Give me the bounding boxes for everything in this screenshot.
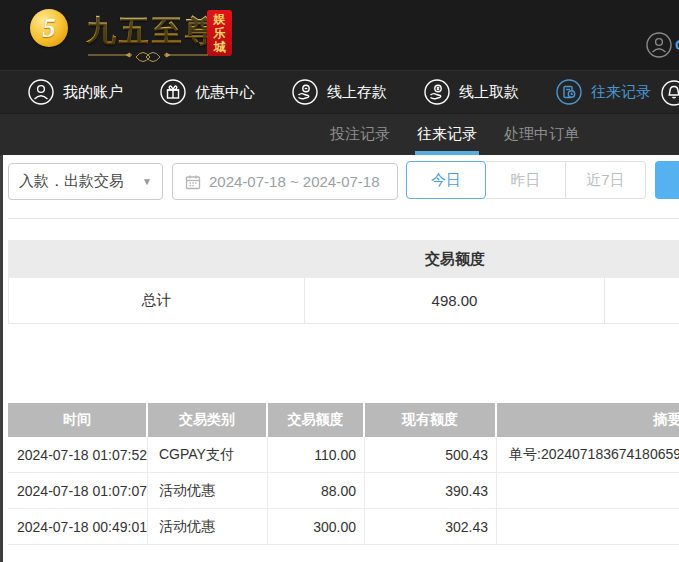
nav-item-label: 往来记录	[591, 83, 651, 102]
logo-monogram: 5	[42, 13, 56, 44]
col-header-type: 交易类别	[148, 403, 268, 437]
last7days-button[interactable]: 近7日	[566, 161, 646, 199]
summary-total-value: 498.00	[305, 278, 605, 323]
tab-bet-records[interactable]: 投注记录	[330, 114, 390, 155]
page-left-edge	[0, 155, 3, 562]
cell-balance: 390.43	[365, 473, 497, 508]
cell-summary	[497, 473, 679, 508]
logo-monogram-icon[interactable]: 5	[30, 9, 68, 47]
records-table: 时间 交易类别 交易额度 现有额度 摘要 2024-07-18 01:07:52…	[8, 403, 679, 545]
table-row: 2024-07-18 01:07:07 活动优惠 88.00 390.43	[8, 473, 679, 509]
tab-label: 往来记录	[417, 125, 477, 144]
logo-badge-char: 娱	[214, 12, 226, 26]
withdraw-icon	[424, 79, 450, 105]
nav-item-records[interactable]: 往来记录	[556, 79, 651, 105]
cell-balance: 302.43	[365, 509, 497, 544]
cell-summary: 单号:202407183674180659	[497, 437, 679, 472]
cell-type: 活动优惠	[148, 473, 268, 508]
cell-amount: 300.00	[268, 509, 365, 544]
col-header-amount: 交易额度	[268, 403, 365, 437]
cell-type: 活动优惠	[148, 509, 268, 544]
search-button[interactable]	[655, 161, 679, 199]
filter-divider	[8, 218, 679, 219]
tab-processing-orders[interactable]: 处理中订单	[504, 114, 579, 155]
nav-item-deposit[interactable]: 线上存款	[292, 79, 387, 105]
logo-badge-char: 乐	[214, 26, 226, 40]
user-icon	[28, 79, 54, 105]
col-header-time: 时间	[8, 403, 148, 437]
summary-table-header: 交易额度	[8, 240, 679, 278]
cell-time: 2024-07-18 00:49:01	[8, 509, 148, 544]
nav-item-my-account[interactable]: 我的账户	[28, 79, 123, 105]
username-text[interactable]: C	[675, 36, 679, 53]
nav-item-withdraw[interactable]: 线上取款	[424, 79, 519, 105]
site-header: 5 九五至尊 娱 乐 城 C	[0, 0, 679, 70]
records-tab-bar: 投注记录 往来记录 处理中订单	[0, 113, 679, 155]
date-range-input[interactable]: 2024-07-18 ~ 2024-07-18	[172, 163, 398, 200]
nav-item-label: 优惠中心	[195, 83, 255, 102]
cell-time: 2024-07-18 01:07:52	[8, 437, 148, 472]
yesterday-button[interactable]: 昨日	[486, 161, 566, 199]
summary-empty-cell	[605, 278, 679, 323]
logo-badge-char: 城	[214, 40, 226, 54]
cell-balance: 500.43	[365, 437, 497, 472]
col-header-balance: 现有额度	[365, 403, 497, 437]
main-nav: 我的账户 优惠中心 线上存款 线上取款	[0, 70, 679, 113]
table-row: 2024-07-18 00:49:01 活动优惠 300.00 302.43	[8, 509, 679, 545]
records-table-header: 时间 交易类别 交易额度 现有额度 摘要	[8, 403, 679, 437]
cell-amount: 88.00	[268, 473, 365, 508]
tab-label: 投注记录	[330, 125, 390, 144]
nav-item-label: 线上取款	[459, 83, 519, 102]
nav-item-promotions[interactable]: 优惠中心	[160, 79, 255, 105]
summary-total-row: 总计 498.00	[8, 278, 679, 324]
records-icon	[556, 79, 582, 105]
cell-amount: 110.00	[268, 437, 365, 472]
tab-label: 处理中订单	[504, 125, 579, 144]
quick-date-buttons: 今日 昨日 近7日	[406, 161, 646, 199]
chevron-down-icon: ▼	[142, 176, 152, 187]
tab-transaction-records[interactable]: 往来记录	[417, 114, 477, 155]
transaction-type-select[interactable]: 入款．出款交易 ▼	[8, 163, 163, 200]
cell-summary	[497, 509, 679, 544]
logo-badge: 娱 乐 城	[207, 10, 232, 56]
app-window: 5 九五至尊 娱 乐 城 C 我的账户	[0, 0, 679, 562]
col-header-summary: 摘要	[497, 403, 679, 437]
user-avatar-icon[interactable]	[646, 32, 672, 58]
nav-item-label: 我的账户	[63, 83, 123, 102]
date-range-value: 2024-07-18 ~ 2024-07-18	[209, 173, 380, 190]
cell-time: 2024-07-18 01:07:07	[8, 473, 148, 508]
logo-flourish-icon	[88, 48, 208, 62]
site-logo-title[interactable]: 九五至尊	[86, 11, 218, 52]
nav-item-label: 线上存款	[327, 83, 387, 102]
cell-type: CGPAY支付	[148, 437, 268, 472]
summary-amount-header: 交易额度	[305, 250, 605, 269]
deposit-icon	[292, 79, 318, 105]
transaction-type-value: 入款．出款交易	[19, 172, 124, 191]
gift-icon	[160, 79, 186, 105]
table-row: 2024-07-18 01:07:52 CGPAY支付 110.00 500.4…	[8, 437, 679, 473]
today-button[interactable]: 今日	[406, 161, 486, 199]
bell-icon[interactable]	[661, 80, 679, 106]
summary-total-label: 总计	[8, 278, 305, 323]
calendar-icon	[185, 174, 201, 190]
